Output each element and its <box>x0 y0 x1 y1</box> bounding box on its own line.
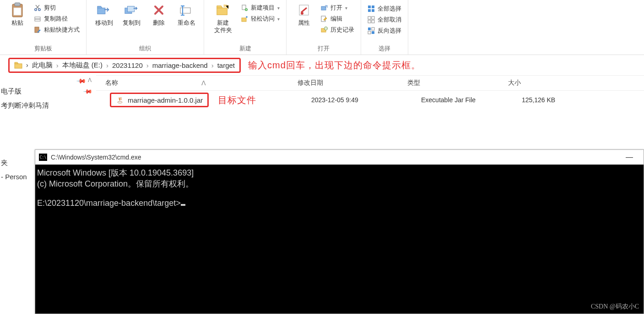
address-bar[interactable]: › 此电脑› 本地磁盘 (E:)› 20231120› marriage-bac… <box>8 58 241 73</box>
copy-to-button[interactable]: 复制到 <box>118 2 145 28</box>
svg-point-36 <box>118 101 122 103</box>
rename-button[interactable]: 重命名 <box>173 2 200 28</box>
group-organize-label: 组织 <box>90 44 200 54</box>
file-name-highlight: marriage-admin-1.0.0.jar <box>110 93 209 107</box>
move-to-icon <box>97 3 111 17</box>
new-folder-button[interactable]: 新建 文件夹 <box>208 2 238 35</box>
delete-label: 删除 <box>153 19 165 27</box>
paste-button[interactable]: 粘贴 <box>4 2 31 28</box>
select-all-button[interactable]: 全部选择 <box>368 5 401 13</box>
new-item-icon <box>241 4 248 11</box>
edit-icon <box>320 15 328 22</box>
col-name[interactable]: 名称 <box>105 79 118 87</box>
new-folder-label: 新建 文件夹 <box>214 19 232 34</box>
file-row[interactable]: marriage-admin-1.0.0.jar 目标文件 2023-12-05… <box>96 91 644 109</box>
svg-rect-26 <box>372 9 374 12</box>
copy-to-label: 复制到 <box>123 19 141 27</box>
clipboard-icon <box>10 3 25 17</box>
col-type[interactable]: 类型 <box>407 79 508 87</box>
column-headers[interactable]: 名称 ᐱ 修改日期 类型 大小 <box>96 75 644 91</box>
move-to-button[interactable]: 移动到 <box>90 2 118 28</box>
edit-label: 编辑 <box>330 15 342 23</box>
ribbon-group-new: 新建 文件夹 新建项目 ▾ 轻松访问 ▾ 新建 <box>204 0 287 55</box>
crumb-1[interactable]: 本地磁盘 (E:) <box>62 61 103 70</box>
ribbon: 粘贴 剪切 复制路径 粘贴快捷方式 剪贴板 <box>0 0 644 55</box>
cut-button[interactable]: 剪切 <box>34 4 80 12</box>
ribbon-group-organize: 移动到 复制到 删除 重命名 组织 <box>87 0 204 55</box>
svg-rect-30 <box>372 20 374 23</box>
select-invert-icon <box>368 27 375 34</box>
select-none-icon <box>368 16 375 23</box>
select-invert-label: 反向选择 <box>378 27 401 35</box>
open-button[interactable]: 打开 ▾ <box>320 4 354 12</box>
select-all-icon <box>368 5 375 12</box>
crumb-4[interactable]: target <box>217 61 235 69</box>
folder-icon <box>14 61 22 69</box>
copy-path-button[interactable]: 复制路径 <box>34 15 80 23</box>
nav-item-label: 考判断冲刺马清 <box>1 101 49 110</box>
select-none-button[interactable]: 全部取消 <box>368 16 401 24</box>
ribbon-group-clipboard: 粘贴 剪切 复制路径 粘贴快捷方式 剪贴板 <box>0 0 87 55</box>
cmd-line2: (c) Microsoft Corporation。保留所有权利。 <box>37 179 194 188</box>
group-open-label: 打开 <box>290 44 357 54</box>
new-item-button[interactable]: 新建项目 ▾ <box>241 4 280 12</box>
svg-rect-16 <box>242 18 246 22</box>
history-label: 历史记录 <box>330 26 354 34</box>
ribbon-group-select: 全部选择 全部取消 反向选择 选择 <box>361 0 408 55</box>
svg-rect-24 <box>372 6 374 8</box>
nav-personal-label: - Person <box>1 173 27 181</box>
copy-to-icon <box>124 3 139 17</box>
history-button[interactable]: 历史记录 <box>320 26 354 34</box>
address-bar-row: › 此电脑› 本地磁盘 (E:)› 20231120› marriage-bac… <box>0 55 644 75</box>
jar-file-icon <box>116 96 124 104</box>
easy-access-button[interactable]: 轻松访问 ▾ <box>241 15 280 23</box>
nav-item-0[interactable]: 电子版 📌 <box>0 84 96 99</box>
file-type: Executable Jar File <box>421 96 522 104</box>
svg-rect-2 <box>14 8 21 15</box>
scissors-icon <box>34 4 41 11</box>
properties-button[interactable]: 属性 <box>290 2 318 28</box>
copy-path-icon <box>34 15 41 22</box>
crumb-0[interactable]: 此电脑 <box>32 61 53 70</box>
delete-button[interactable]: 删除 <box>145 2 173 28</box>
crumb-2[interactable]: 20231120 <box>112 61 143 69</box>
cmd-title-text: C:\Windows\System32\cmd.exe <box>51 154 141 161</box>
breadcrumb[interactable]: 此电脑› 本地磁盘 (E:)› 20231120› marriage-backe… <box>32 61 235 70</box>
svg-rect-32 <box>372 28 374 30</box>
paste-shortcut-icon <box>34 26 41 33</box>
cmd-line1: Microsoft Windows [版本 10.0.19045.3693] <box>37 168 194 177</box>
easy-access-icon <box>241 15 248 22</box>
open-label: 打开 <box>330 4 342 12</box>
svg-rect-28 <box>372 17 374 19</box>
group-clipboard-label: 剪贴板 <box>4 44 82 54</box>
svg-rect-12 <box>182 6 183 15</box>
chevron-right-icon: › <box>26 61 28 69</box>
paste-shortcut-button[interactable]: 粘贴快捷方式 <box>34 26 80 34</box>
cmd-titlebar[interactable]: C:\ C:\Windows\System32\cmd.exe — <box>35 150 644 165</box>
minimize-button[interactable]: — <box>619 153 640 161</box>
cmd-body[interactable]: Microsoft Windows [版本 10.0.19045.3693] (… <box>35 165 644 314</box>
svg-rect-13 <box>217 8 227 15</box>
nav-item-1[interactable]: 考判断冲刺马清 <box>0 99 96 113</box>
crumb-3[interactable]: marriage-backend <box>152 61 208 69</box>
new-folder-icon <box>216 3 230 17</box>
open-icon <box>320 4 328 11</box>
svg-rect-29 <box>368 20 371 23</box>
copy-path-label: 复制路径 <box>44 15 68 23</box>
svg-rect-33 <box>368 31 371 34</box>
paste-label: 粘贴 <box>11 19 23 27</box>
select-all-label: 全部选择 <box>378 5 401 13</box>
properties-label: 属性 <box>298 19 310 27</box>
svg-rect-11 <box>180 8 190 13</box>
properties-icon <box>297 3 311 17</box>
history-icon <box>320 26 328 33</box>
select-none-label: 全部取消 <box>378 16 401 24</box>
easy-access-label: 轻松访问 <box>251 15 275 23</box>
chevron-up-icon[interactable]: ᐱ <box>88 77 92 84</box>
select-invert-button[interactable]: 反向选择 <box>368 27 401 35</box>
col-size[interactable]: 大小 <box>508 79 581 87</box>
col-date[interactable]: 修改日期 <box>298 79 407 87</box>
group-select-label: 选择 <box>365 44 404 54</box>
edit-button[interactable]: 编辑 <box>320 15 354 23</box>
sort-indicator-icon: ᐱ <box>200 79 207 87</box>
